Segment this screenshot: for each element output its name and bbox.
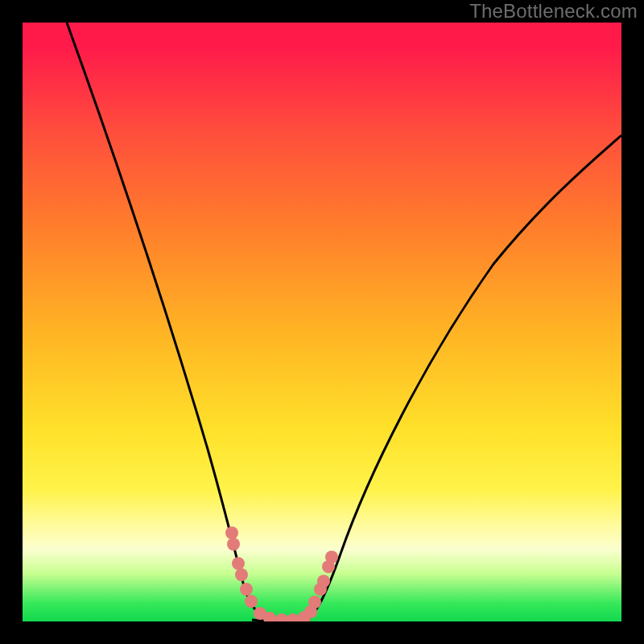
marker — [245, 595, 258, 608]
chart-svg — [23, 23, 621, 621]
marker — [275, 613, 288, 621]
marker — [317, 575, 330, 588]
marker — [227, 538, 240, 551]
plot-area — [23, 23, 621, 621]
marker — [232, 557, 245, 570]
right-curve — [306, 135, 621, 621]
marker — [325, 551, 338, 564]
marker-layer — [225, 526, 338, 621]
chart-frame: TheBottleneck.com — [0, 0, 644, 644]
marker — [225, 526, 238, 539]
marker — [308, 596, 321, 609]
marker — [287, 613, 299, 621]
curve-layer — [67, 23, 621, 621]
marker — [240, 583, 253, 596]
watermark-text: TheBottleneck.com — [469, 0, 638, 23]
left-curve — [67, 23, 276, 621]
marker — [235, 568, 248, 581]
